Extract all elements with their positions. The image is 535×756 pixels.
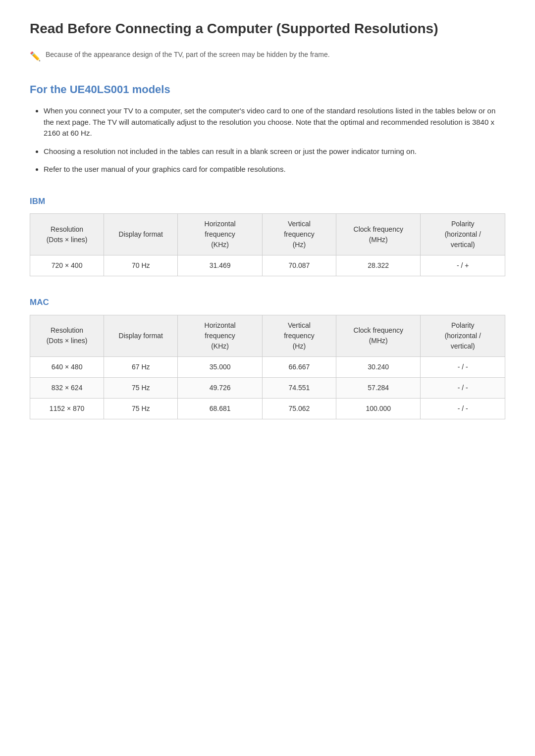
cell-vert-freq: 74.551 <box>262 377 336 398</box>
ibm-col-horiz-freq: Horizontalfrequency(KHz) <box>178 214 262 255</box>
cell-resolution: 720 × 400 <box>30 255 104 276</box>
cell-clock-freq: 57.284 <box>336 377 421 398</box>
ibm-col-display-format: Display format <box>104 214 178 255</box>
cell-vert-freq: 66.667 <box>262 356 336 377</box>
cell-horiz-freq: 31.469 <box>178 255 262 276</box>
cell-resolution: 640 × 480 <box>30 356 104 377</box>
ibm-col-vert-freq: Verticalfrequency(Hz) <box>262 214 336 255</box>
mac-col-clock-freq: Clock frequency(MHz) <box>336 315 421 356</box>
cell-display-format: 67 Hz <box>104 356 178 377</box>
page-title: Read Before Connecting a Computer (Suppo… <box>30 20 505 38</box>
ibm-col-polarity: Polarity(horizontal /vertical) <box>421 214 505 255</box>
ibm-section-title: IBM <box>30 195 505 208</box>
cell-polarity: - / - <box>421 398 505 419</box>
cell-horiz-freq: 49.726 <box>178 377 262 398</box>
table-row: 1152 × 870 75 Hz 68.681 75.062 100.000 -… <box>30 398 505 419</box>
cell-vert-freq: 75.062 <box>262 398 336 419</box>
cell-horiz-freq: 68.681 <box>178 398 262 419</box>
ibm-table: Resolution(Dots × lines) Display format … <box>30 213 505 276</box>
cell-polarity: - / - <box>421 356 505 377</box>
mac-col-horiz-freq: Horizontalfrequency(KHz) <box>178 315 262 356</box>
cell-display-format: 75 Hz <box>104 398 178 419</box>
table-row: 832 × 624 75 Hz 49.726 74.551 57.284 - /… <box>30 377 505 398</box>
mac-col-vert-freq: Verticalfrequency(Hz) <box>262 315 336 356</box>
bullet-list: When you connect your TV to a computer, … <box>30 105 505 175</box>
cell-resolution: 1152 × 870 <box>30 398 104 419</box>
cell-clock-freq: 28.322 <box>336 255 421 276</box>
cell-polarity: - / + <box>421 255 505 276</box>
cell-horiz-freq: 35.000 <box>178 356 262 377</box>
mac-col-polarity: Polarity(horizontal /vertical) <box>421 315 505 356</box>
cell-resolution: 832 × 624 <box>30 377 104 398</box>
cell-vert-freq: 70.087 <box>262 255 336 276</box>
ibm-section: IBM Resolution(Dots × lines) Display for… <box>30 195 505 277</box>
cell-display-format: 75 Hz <box>104 377 178 398</box>
bullet-item-1: When you connect your TV to a computer, … <box>44 105 505 139</box>
cell-polarity: - / - <box>421 377 505 398</box>
bullet-item-3: Refer to the user manual of your graphic… <box>44 164 505 175</box>
mac-section-title: MAC <box>30 296 505 309</box>
cell-display-format: 70 Hz <box>104 255 178 276</box>
mac-section: MAC Resolution(Dots × lines) Display for… <box>30 296 505 419</box>
note-text: Because of the appearance design of the … <box>46 50 330 60</box>
table-row: 640 × 480 67 Hz 35.000 66.667 30.240 - /… <box>30 356 505 377</box>
ibm-col-resolution: Resolution(Dots × lines) <box>30 214 104 255</box>
ibm-col-clock-freq: Clock frequency(MHz) <box>336 214 421 255</box>
bullet-item-2: Choosing a resolution not included in th… <box>44 146 505 157</box>
pencil-icon: ✏️ <box>30 50 41 63</box>
cell-clock-freq: 30.240 <box>336 356 421 377</box>
cell-clock-freq: 100.000 <box>336 398 421 419</box>
mac-col-display-format: Display format <box>104 315 178 356</box>
note-box: ✏️ Because of the appearance design of t… <box>30 50 505 63</box>
mac-table: Resolution(Dots × lines) Display format … <box>30 315 505 419</box>
main-section: For the UE40LS001 models When you connec… <box>30 81 505 175</box>
main-section-title: For the UE40LS001 models <box>30 81 505 98</box>
mac-col-resolution: Resolution(Dots × lines) <box>30 315 104 356</box>
table-row: 720 × 400 70 Hz 31.469 70.087 28.322 - /… <box>30 255 505 276</box>
